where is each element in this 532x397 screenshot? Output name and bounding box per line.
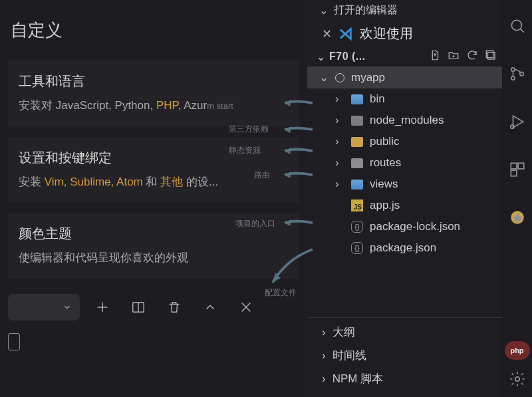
card-desc: 使编辑器和代码呈现你喜欢的外观	[19, 249, 289, 267]
chevron-down-icon: ⌄	[317, 51, 325, 63]
chevron-right-icon: ›	[335, 135, 344, 148]
new-folder-icon[interactable]	[448, 49, 460, 64]
npm-section[interactable]: ›NPM 脚本	[307, 367, 502, 390]
folder-icon	[351, 158, 363, 168]
chevron-down-icon: ⌄	[319, 70, 329, 84]
tree-file[interactable]: JSapp.js	[307, 195, 502, 216]
placeholder-icon	[8, 333, 20, 350]
collapse-all-icon[interactable]	[485, 49, 497, 64]
svg-point-13	[510, 125, 513, 128]
chevron-down-icon: ⌄	[319, 4, 329, 17]
tree-root[interactable]: ⌄ myapp	[307, 66, 502, 88]
chevron-right-icon: ›	[322, 372, 326, 386]
folder-label: node_modules	[370, 114, 444, 127]
chevron-down-icon	[63, 303, 72, 312]
folder-icon	[351, 137, 363, 147]
svg-marker-1	[285, 126, 291, 133]
workspace-row[interactable]: ⌄ F70 (...	[307, 47, 502, 66]
card-settings[interactable]: 设置和按键绑定 安装 Vim, Sublime, Atom 和 其他 的设...	[8, 137, 299, 203]
panel-toolbar	[8, 294, 259, 321]
explorer-sidebar: ⌄ 打开的编辑器 ✕ 欢迎使用 ⌄ F70 (... ⌄ myapp ›bin …	[307, 0, 502, 397]
svg-point-9	[511, 20, 521, 30]
add-button[interactable]	[89, 294, 116, 321]
tree-folder[interactable]: ›bin	[307, 88, 502, 110]
card-heading: 设置和按键绑定	[19, 149, 289, 167]
tree-file[interactable]: {}package-lock.json	[307, 216, 502, 237]
collapse-button[interactable]	[197, 294, 223, 321]
js-icon: JS	[351, 199, 363, 211]
folder-label: public	[370, 135, 399, 148]
circle-icon	[335, 73, 344, 82]
folder-label: bin	[370, 92, 385, 106]
link-other[interactable]: 其他	[160, 176, 183, 188]
tree-file[interactable]: {}package.json	[307, 237, 502, 259]
outline-section[interactable]: ›大纲	[307, 321, 502, 344]
chevron-right-icon: ›	[335, 114, 344, 127]
file-label: app.js	[370, 199, 400, 212]
card-desc: 安装 Vim, Sublime, Atom 和 其他 的设...	[19, 174, 289, 191]
close-button[interactable]	[233, 294, 259, 321]
tab-label: 欢迎使用	[360, 25, 413, 43]
close-icon[interactable]: ✕	[322, 27, 332, 41]
annotation-config: 配置文件	[265, 287, 297, 299]
open-editors-section[interactable]: ⌄ 打开的编辑器	[307, 0, 502, 21]
svg-rect-16	[511, 170, 517, 176]
vscode-icon	[338, 27, 353, 41]
welcome-pane: 自定义 工具和语言 安装对 JavaScript, Python, PHP, A…	[0, 0, 307, 397]
folder-label: myapp	[351, 71, 385, 84]
split-button[interactable]	[125, 294, 152, 321]
debug-icon[interactable]	[507, 112, 527, 132]
folder-label: routes	[370, 156, 401, 170]
chevron-right-icon: ›	[322, 326, 326, 339]
trash-button[interactable]	[161, 294, 188, 321]
card-tools[interactable]: 工具和语言 安装对 JavaScript, Python, PHP, Azurm…	[8, 61, 299, 126]
tree-folder[interactable]: ›routes	[307, 152, 502, 174]
extensions-icon[interactable]	[507, 160, 527, 180]
chevron-right-icon: ›	[335, 156, 344, 170]
tab-well[interactable]	[8, 294, 80, 321]
tree-folder[interactable]: ›public	[307, 131, 502, 152]
source-control-icon[interactable]	[507, 64, 527, 84]
svg-rect-8	[486, 51, 493, 58]
link-keymaps[interactable]: Vim, Sublime, Atom	[45, 176, 143, 188]
folder-icon	[351, 116, 363, 126]
activity-bar: 会 php	[502, 0, 532, 397]
refresh-icon[interactable]	[466, 49, 478, 64]
section-title: 自定义	[0, 12, 307, 55]
new-file-icon[interactable]	[429, 49, 441, 64]
svg-rect-7	[488, 53, 495, 60]
card-theme[interactable]: 颜色主题 使编辑器和代码呈现你喜欢的外观	[8, 213, 299, 279]
php-badge: php	[505, 341, 530, 360]
folder-icon	[351, 94, 363, 104]
svg-text:会: 会	[513, 213, 521, 221]
chevron-right-icon: ›	[335, 178, 344, 191]
workspace-name: F70 (...	[329, 51, 366, 63]
svg-rect-14	[511, 163, 517, 169]
folder-icon	[351, 180, 363, 190]
file-label: package-lock.json	[370, 220, 460, 233]
svg-point-11	[511, 76, 514, 80]
divider	[307, 317, 502, 318]
file-tree: ⌄ myapp ›bin ›node_modules ›public ›rout…	[307, 66, 502, 263]
card-heading: 工具和语言	[19, 72, 289, 90]
link-php[interactable]: PHP	[156, 99, 178, 112]
account-icon[interactable]: 会	[507, 207, 527, 227]
card-heading: 颜色主题	[19, 225, 289, 243]
chevron-right-icon: ›	[322, 349, 326, 362]
svg-rect-15	[518, 163, 524, 169]
svg-point-10	[511, 68, 514, 71]
tree-folder[interactable]: ›views	[307, 174, 502, 195]
tree-folder[interactable]: ›node_modules	[307, 110, 502, 131]
timeline-section[interactable]: ›时间线	[307, 344, 502, 367]
settings-gear-icon[interactable]	[507, 369, 527, 389]
svg-point-19	[515, 377, 519, 382]
folder-label: views	[370, 178, 398, 191]
json-icon: {}	[351, 221, 363, 233]
chevron-right-icon: ›	[335, 92, 344, 106]
open-editor-tab[interactable]: ✕ 欢迎使用	[307, 21, 502, 47]
card-desc: 安装对 JavaScript, Python, PHP, Azurm start	[19, 97, 289, 114]
search-icon[interactable]	[507, 16, 527, 36]
sidebar-bottom: ›大纲 ›时间线 ›NPM 脚本	[307, 308, 502, 397]
json-icon: {}	[351, 242, 363, 254]
file-label: package.json	[370, 241, 436, 255]
